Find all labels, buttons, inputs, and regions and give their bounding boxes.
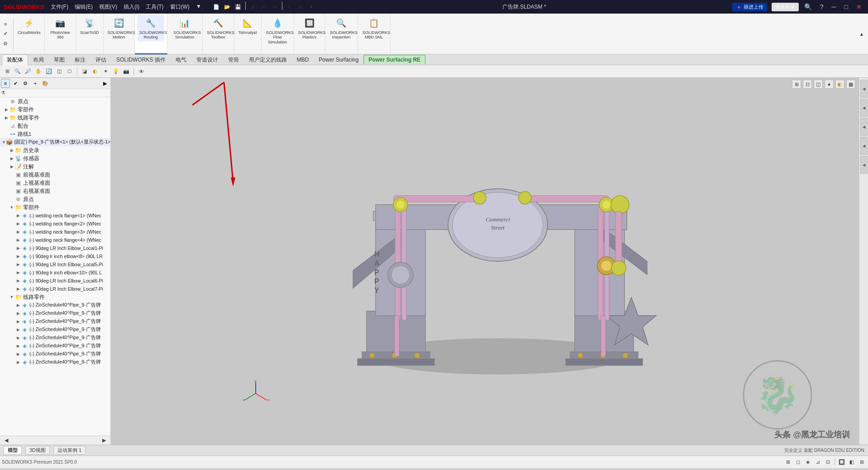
tree-right-plane[interactable]: ▣ 右视基准面: [0, 187, 110, 195]
addon-scanto3d-btn[interactable]: 📡 ScanTo3D: [78, 14, 101, 37]
tab-power-surfacing-re[interactable]: Power Surfacing RE: [363, 55, 425, 64]
addon-flow-btn[interactable]: 💧 SOLIDWORKS Flow Simulation: [264, 14, 291, 46]
tab-layout[interactable]: 布局: [28, 54, 49, 65]
addon-toolbox-btn[interactable]: 🔨 SOLIDWORKS Toolbox: [205, 14, 232, 42]
bottom-icon-8[interactable]: ⊞: [857, 458, 866, 467]
tree-sub-route[interactable]: ▼ 📁 线路零件: [0, 293, 110, 301]
view-palette-icon[interactable]: ⬡: [65, 67, 74, 76]
tree-main-assembly[interactable]: ▼ 📦 (固定) Pipe_9-广告牌<1> (默认<显示状态-1>: [0, 138, 110, 146]
options-icon[interactable]: ⚙: [296, 2, 305, 12]
display-manager-btn[interactable]: 🎨: [41, 79, 50, 88]
tree-history[interactable]: ▶ 📁 历史录: [0, 146, 110, 154]
tree-front-plane[interactable]: ▣ 前视基准面: [0, 171, 110, 179]
list-item[interactable]: ▶ ◈ (-) welding neck flange<2> (WNec: [0, 220, 110, 228]
list-item[interactable]: ▶ ◈ (-) ZinSchedule40^Pipe_9-广告牌: [0, 301, 110, 309]
tree-sensors[interactable]: ▶ 📡 传感器: [0, 154, 110, 163]
addon-routing-btn[interactable]: 🔧 SOLIDWORKS Routing: [137, 14, 164, 42]
tab-model[interactable]: 模型: [4, 446, 22, 455]
tab-sketch[interactable]: 草图: [49, 54, 70, 65]
tree-origin[interactable]: ⊕ 原点: [0, 97, 110, 106]
section-view-icon[interactable]: ◫: [55, 67, 64, 76]
close-btn[interactable]: ✕: [854, 2, 864, 11]
addon-tolanalyst-btn[interactable]: 📐 TolAnalyst: [236, 14, 259, 37]
bottom-icon-7[interactable]: ◧: [847, 458, 856, 467]
config-manager-icon[interactable]: ⚙: [1, 39, 10, 48]
feature-manager-btn[interactable]: ≡: [1, 79, 10, 88]
addon-circuitworks-btn[interactable]: ⚡ CircuitWorks: [15, 14, 43, 37]
tab-user-routing[interactable]: 用户定义的线路: [244, 54, 292, 65]
open-icon[interactable]: 📂: [222, 2, 232, 12]
zoom-out-icon[interactable]: 🔎: [24, 67, 33, 76]
tab-assembly[interactable]: 装配体: [2, 54, 28, 65]
view-bg-icon[interactable]: ▦: [846, 80, 855, 89]
menu-window[interactable]: 窗口(W): [167, 2, 192, 12]
addon-motion-btn[interactable]: 🔄 SOLIDWORKS Motion: [105, 14, 133, 42]
select-icon[interactable]: ↖: [285, 2, 295, 12]
tree-route1[interactable]: ⊶ 路线1: [0, 130, 110, 138]
tree-top-plane[interactable]: ▣ 上视基准面: [0, 179, 110, 187]
tree-sub-parts[interactable]: ▼ 📁 零部件: [0, 203, 110, 211]
view-zoom-icon[interactable]: ⊞: [792, 80, 801, 89]
property-manager-btn[interactable]: ✔: [11, 79, 20, 88]
rp-btn-5[interactable]: ◀: [860, 156, 868, 174]
list-item[interactable]: ▶ ◈ (-) welding neck flange<1> (WNec: [0, 211, 110, 220]
collapse-ribbon-btn[interactable]: ▲: [857, 29, 866, 38]
view-display-icon[interactable]: ●: [825, 80, 834, 89]
tab-tubing[interactable]: 管筒: [223, 54, 244, 65]
menu-file[interactable]: 文件(F): [48, 2, 71, 12]
config-manager-btn[interactable]: ⚙: [21, 79, 30, 88]
sidebar-right-scroll[interactable]: ▶: [100, 436, 109, 445]
bottom-icon-4[interactable]: ⊿: [813, 458, 822, 467]
menu-insert[interactable]: 插入(I): [121, 2, 142, 12]
menu-tools[interactable]: 工具(T): [143, 2, 166, 12]
camera-icon[interactable]: 📷: [122, 67, 131, 76]
view-scene-icon[interactable]: ◐: [835, 80, 844, 89]
addon-inspection-btn[interactable]: 🔍 SOLIDWORKS Inspection: [328, 14, 355, 42]
list-item[interactable]: ▶ ◈ (-) 90deg LR Inch Elbow_Local6-Pi: [0, 277, 110, 285]
menu-edit[interactable]: 编辑(E): [72, 2, 95, 12]
sidebar-tree[interactable]: ⊕ 原点 ▶ 📁 零部件 ▶ 📁 线路零件 ⊿ 配合: [0, 97, 110, 436]
new-icon[interactable]: 📄: [211, 2, 221, 12]
more-tools-icon[interactable]: ▼: [306, 2, 316, 12]
lighting-icon[interactable]: 💡: [111, 67, 120, 76]
list-item[interactable]: ▶ ◈ (-) ZinSchedule40^Pipe_9-广告牌: [0, 358, 110, 366]
list-item[interactable]: ▶ ◈ (-) welding neck flange<4> (WNec: [0, 236, 110, 244]
bottom-icon-3[interactable]: ◈: [803, 458, 812, 467]
bottom-icon-2[interactable]: ◻: [793, 458, 802, 467]
list-item[interactable]: ▶ ◈ (-) ZinSchedule40^Pipe_9-广告牌: [0, 334, 110, 342]
dim-xpert-btn[interactable]: +: [31, 79, 40, 88]
tree-mates[interactable]: ⊿ 配合: [0, 122, 110, 130]
rp-btn-3[interactable]: ◀: [860, 118, 868, 136]
tab-3d-view[interactable]: 3D视图: [25, 446, 50, 455]
save-solid-btn[interactable]: 保存实体: [772, 3, 799, 11]
rp-btn-2[interactable]: ◀: [860, 99, 868, 117]
list-item[interactable]: ▶ ◈ (-) 90deg LR Inch Elbow_Local5-Pi: [0, 260, 110, 269]
maximize-btn[interactable]: □: [842, 2, 851, 11]
search-icon[interactable]: 🔍: [801, 2, 815, 11]
minimize-btn[interactable]: ─: [829, 2, 839, 11]
hide-show-icon[interactable]: 👁: [137, 67, 146, 76]
list-item[interactable]: ▶ ◈ (-) 90deg lr inch elbow<8> (90L LR: [0, 252, 110, 260]
help-icon[interactable]: ?: [817, 2, 826, 11]
tree-sub-origin[interactable]: ⊕ 原点: [0, 195, 110, 203]
list-item[interactable]: ▶ ◈ (-) ZinSchedule40^Pipe_9-广告牌: [0, 342, 110, 350]
print-icon[interactable]: 🖨: [248, 2, 258, 12]
view-section-icon[interactable]: ◫: [814, 80, 823, 89]
rp-btn-1[interactable]: ◀: [860, 80, 868, 98]
display-style-icon[interactable]: ◪: [80, 67, 89, 76]
zoom-in-icon[interactable]: 🔍: [13, 67, 22, 76]
tab-mbd[interactable]: MBD: [292, 55, 314, 64]
save-icon[interactable]: 💾: [233, 2, 243, 12]
tree-annotations[interactable]: ▶ 📝 注解: [0, 163, 110, 171]
addon-plastics-btn[interactable]: 🔲 SOLIDWORKS Plastics: [296, 14, 323, 42]
rp-btn-4[interactable]: ◀: [860, 137, 868, 155]
addon-mbd-btn[interactable]: 📋 SOLIDWORKS MBD SNL: [360, 14, 387, 42]
list-item[interactable]: ▶ ◈ (-) ZinSchedule40^Pipe_9-广告牌: [0, 326, 110, 334]
bottom-icon-1[interactable]: ⊞: [783, 458, 792, 467]
bottom-icon-5[interactable]: ⊡: [823, 458, 832, 467]
bottom-icon-6[interactable]: 🔲: [837, 458, 846, 467]
tab-motion[interactable]: 运动算例 1: [53, 446, 86, 455]
menu-more[interactable]: ▼: [193, 2, 204, 12]
sidebar-expand-btn[interactable]: ▶: [100, 79, 110, 88]
tab-electrical[interactable]: 电气: [171, 54, 191, 65]
